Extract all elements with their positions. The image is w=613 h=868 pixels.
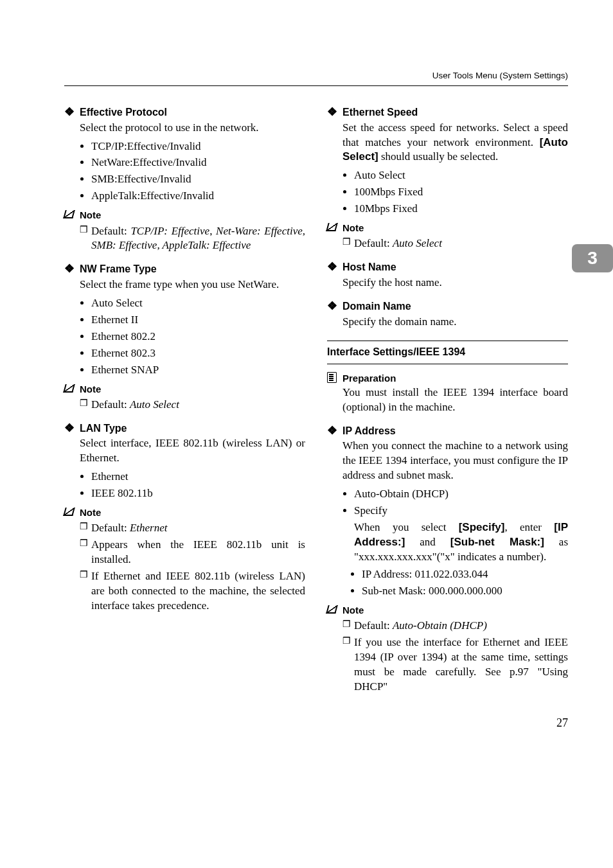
note-item: Appears when the IEEE 802.11b unit is in… bbox=[80, 538, 305, 567]
list-item: 10Mbps Fixed bbox=[354, 202, 568, 217]
section-title: Interface Settings/IEEE 1394 bbox=[327, 346, 465, 357]
heading-domain-name: Domain Name bbox=[327, 299, 568, 314]
list-item: Specify bbox=[354, 504, 568, 518]
note-val: Ethernet bbox=[130, 522, 168, 534]
heading-nw-frame: NW Frame Type bbox=[64, 262, 305, 276]
list-item: 100Mbps Fixed bbox=[354, 185, 568, 200]
list-item: Auto Select bbox=[354, 168, 568, 183]
specify-detail: When you select [Specify], enter [IP Add… bbox=[327, 520, 568, 565]
text: When you select bbox=[354, 521, 459, 533]
desc-host-name: Specify the host name. bbox=[327, 276, 568, 290]
note-val: TCP/IP: Effective bbox=[130, 225, 209, 237]
desc-domain-name: Specify the domain name. bbox=[327, 315, 568, 330]
list-ethernet-speed: Auto Select 100Mbps Fixed 10Mbps Fixed bbox=[327, 168, 568, 217]
chapter-number: 3 bbox=[587, 246, 598, 270]
list-item: Ethernet 802.3 bbox=[91, 346, 305, 361]
text: and bbox=[405, 536, 450, 548]
desc-effective-protocol: Select the protocol to use in the networ… bbox=[64, 121, 305, 136]
section-divider-ieee1394: Interface Settings/IEEE 1394 bbox=[327, 341, 568, 364]
header-title: User Tools Menu (System Settings) bbox=[432, 70, 568, 82]
heading-lan-type: LAN Type bbox=[64, 421, 305, 436]
note-val: Auto Select bbox=[130, 398, 179, 411]
right-column: Ethernet Speed Set the access speed for … bbox=[327, 96, 568, 696]
text-bold: [Sub-net Mask:] bbox=[450, 536, 544, 548]
list-item: Auto-Obtain (DHCP) bbox=[354, 487, 568, 502]
note-icon: Note bbox=[327, 604, 568, 617]
note-icon: Note bbox=[64, 383, 305, 396]
desc-nw-frame: Select the frame type when you use NetWa… bbox=[64, 278, 305, 292]
note-pre: Default: bbox=[354, 237, 393, 249]
list-item: Ethernet II bbox=[91, 313, 305, 328]
note-pre: Default: bbox=[91, 522, 130, 534]
note-item: Default: Ethernet bbox=[80, 521, 305, 536]
heading-host-name: Host Name bbox=[327, 260, 568, 274]
page-number: 27 bbox=[64, 715, 568, 731]
note-list: Default: Ethernet Appears when the IEEE … bbox=[64, 521, 305, 614]
note-item: Default: TCP/IP: Effective, Net-Ware: Ef… bbox=[80, 224, 305, 254]
note-pre: Default: bbox=[91, 398, 130, 411]
heading-ip-address: IP Address bbox=[327, 424, 568, 438]
list-item: Ethernet 802.2 bbox=[91, 330, 305, 344]
text: should usually be selected. bbox=[378, 150, 499, 163]
list-nw-frame: Auto Select Ethernet II Ethernet 802.2 E… bbox=[64, 296, 305, 378]
note-pre: Default: bbox=[354, 619, 393, 632]
desc-lan-type: Select interface, IEEE 802.11b (wireless… bbox=[64, 436, 305, 466]
list-ip-sub: IP Address: 011.022.033.044 Sub-net Mask… bbox=[327, 567, 568, 599]
note-list: Default: Auto Select bbox=[64, 398, 305, 412]
preparation-text: You must install the IEEE 1394 interface… bbox=[327, 385, 568, 415]
page-header: User Tools Menu (System Settings) bbox=[64, 32, 568, 86]
list-item: SMB:Effective/Invalid bbox=[91, 172, 305, 187]
note-icon: Note bbox=[327, 222, 568, 235]
list-item: Sub-net Mask: 000.000.000.000 bbox=[362, 584, 568, 599]
note-item: If Ethernet and IEEE 802.11b (wireless L… bbox=[80, 569, 305, 614]
text-bold: [Specify] bbox=[459, 521, 505, 533]
note-icon: Note bbox=[64, 506, 305, 519]
note-sep: , bbox=[209, 225, 216, 237]
list-item: IP Address: 011.022.033.044 bbox=[362, 567, 568, 582]
text: Set the access speed for networks. Selec… bbox=[342, 121, 568, 148]
heading-ethernet-speed: Ethernet Speed bbox=[327, 105, 568, 120]
heading-effective-protocol: Effective Protocol bbox=[64, 105, 305, 120]
left-column: Effective Protocol Select the protocol t… bbox=[64, 96, 305, 696]
note-item: Default: Auto Select bbox=[80, 398, 305, 412]
chapter-tab: 3 bbox=[572, 244, 613, 272]
list-lan-type: Ethernet IEEE 802.11b bbox=[64, 470, 305, 501]
list-item: Auto Select bbox=[91, 296, 305, 311]
desc-ip-address: When you connect the machine to a networ… bbox=[327, 439, 568, 483]
text: , enter bbox=[504, 521, 554, 533]
list-item: NetWare:Effective/Invalid bbox=[91, 155, 305, 170]
note-item: Default: Auto-Obtain (DHCP) bbox=[342, 619, 568, 633]
list-item: IEEE 802.11b bbox=[91, 486, 305, 501]
note-list: Default: Auto-Obtain (DHCP) If you use t… bbox=[327, 619, 568, 695]
list-effective-protocol: TCP/IP:Effective/Invalid NetWare:Effecti… bbox=[64, 139, 305, 204]
list-ip-address: Auto-Obtain (DHCP) Specify bbox=[327, 487, 568, 518]
list-item: AppleTalk:Effective/Invalid bbox=[91, 189, 305, 204]
note-pre: Default: bbox=[91, 225, 130, 237]
list-item: TCP/IP:Effective/Invalid bbox=[91, 139, 305, 154]
note-val: Auto Select bbox=[393, 237, 442, 249]
note-item: If you use the interface for Ethernet an… bbox=[342, 635, 568, 695]
note-val: Auto-Obtain (DHCP) bbox=[393, 619, 487, 632]
desc-ethernet-speed: Set the access speed for networks. Selec… bbox=[327, 121, 568, 165]
note-list: Default: TCP/IP: Effective, Net-Ware: Ef… bbox=[64, 224, 305, 254]
preparation-icon: Preparation bbox=[327, 372, 568, 385]
note-icon: Note bbox=[64, 209, 305, 222]
list-item: Ethernet SNAP bbox=[91, 363, 305, 378]
list-item: Ethernet bbox=[91, 470, 305, 484]
note-list: Default: Auto Select bbox=[327, 236, 568, 251]
note-item: Default: Auto Select bbox=[342, 236, 568, 251]
